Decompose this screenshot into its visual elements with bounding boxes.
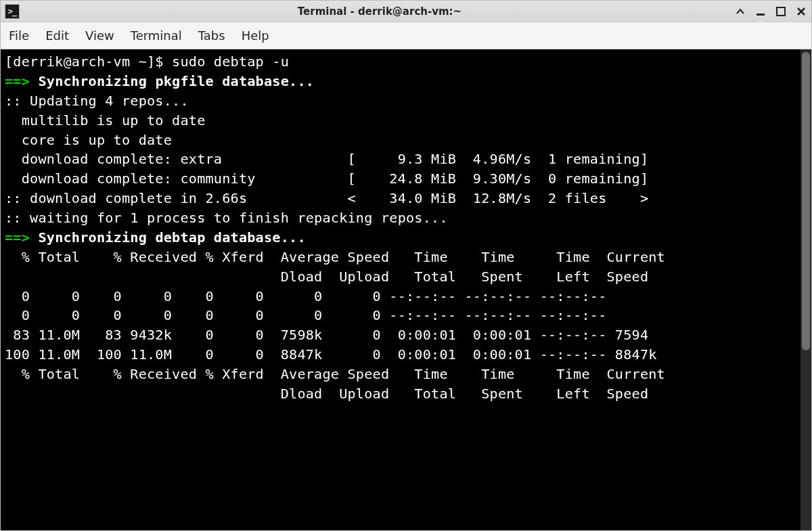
menu-view[interactable]: View [85,28,114,43]
rollup-button[interactable] [734,5,746,18]
close-button[interactable] [795,5,807,18]
terminal-app-icon: >_ [5,4,20,19]
output-line: :: download complete in 2.66s < 34.0 MiB… [5,190,648,206]
shell-command: sudo debtap -u [172,53,289,70]
status-line: Synchronizing pkgfile database... [38,73,314,89]
menu-file[interactable]: File [9,28,29,43]
menu-terminal[interactable]: Terminal [131,28,182,43]
vertical-scrollbar[interactable] [800,49,811,530]
output-line: download complete: community [ 24.8 MiB … [5,170,648,187]
terminal-area[interactable]: [derrik@arch-vm ~]$ sudo debtap -u ==> S… [1,49,811,530]
status-line: Synchronizing debtap database... [38,229,305,246]
output-line: core is up to date [5,132,172,148]
terminal-output[interactable]: [derrik@arch-vm ~]$ sudo debtap -u ==> S… [1,49,800,530]
output-line: % Total % Received % Xferd Average Speed… [5,366,665,382]
scrollbar-thumb[interactable] [802,52,810,350]
output-line: 83 11.0M 83 9432k 0 0 7598k 0 0:00:01 0:… [5,327,648,343]
menu-help[interactable]: Help [242,28,269,43]
minimize-button[interactable] [754,5,767,18]
maximize-button[interactable] [775,5,787,18]
close-icon [796,7,806,16]
window-controls [734,5,807,18]
terminal-prompt-icon: >_ [8,7,16,16]
output-line: % Total % Received % Xferd Average Speed… [5,249,665,265]
chevron-up-icon [736,7,745,16]
output-line: 0 0 0 0 0 0 0 0 --:--:-- --:--:-- --:--:… [5,288,606,304]
titlebar[interactable]: >_ Terminal - derrik@arch-vm:~ [1,1,811,22]
terminal-window: >_ Terminal - derrik@arch-vm:~ File Edit… [0,0,812,531]
output-line: :: Updating 4 repos... [5,93,189,109]
output-line: 100 11.0M 100 11.0M 0 0 8847k 0 0:00:01 … [5,346,657,363]
svg-rect-1 [777,7,785,16]
shell-prompt: [derrik@arch-vm ~]$ [5,53,172,70]
menubar: File Edit View Terminal Tabs Help [1,22,811,49]
output-line: Dload Upload Total Spent Left Speed [5,269,648,285]
maximize-icon [776,7,786,16]
output-line: Dload Upload Total Spent Left Speed [5,386,648,402]
arrow-icon: ==> [5,229,38,246]
output-line: :: waiting for 1 process to finish repac… [5,210,448,226]
menu-edit[interactable]: Edit [45,28,69,43]
arrow-icon: ==> [5,73,38,89]
output-line: download complete: extra [ 9.3 MiB 4.96M… [5,151,648,167]
svg-rect-0 [757,14,765,16]
minimize-icon [756,7,765,16]
output-line: 0 0 0 0 0 0 0 0 --:--:-- --:--:-- --:--:… [5,307,606,323]
output-line: multilib is up to date [5,112,206,129]
window-title: Terminal - derrik@arch-vm:~ [25,5,734,18]
menu-tabs[interactable]: Tabs [198,28,225,43]
